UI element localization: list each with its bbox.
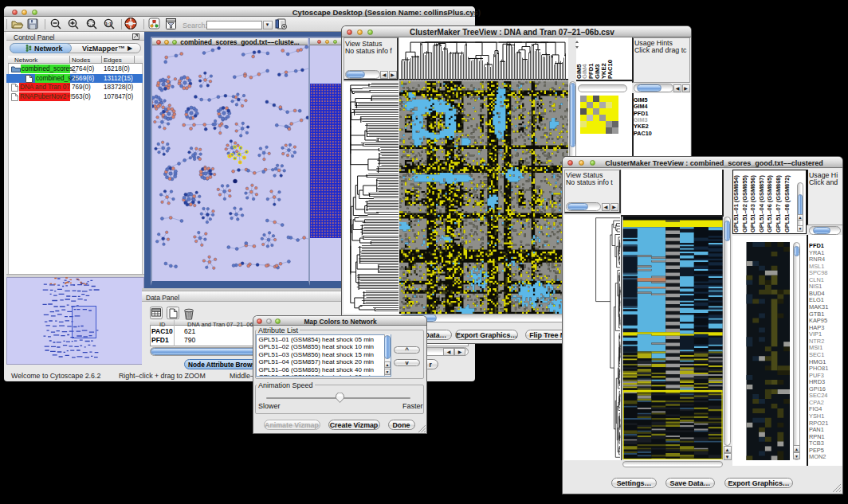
svg-text:GPL51–04 (GSM857): GPL51–04 (GSM857)	[758, 175, 765, 232]
svg-text:GPL51–07 (GSM868): GPL51–07 (GSM868)	[775, 175, 782, 232]
svg-text:GPL51–06 (GSM865): GPL51–06 (GSM865)	[766, 175, 773, 232]
svg-text:GPL51–01 (GSM854): GPL51–01 (GSM854)	[732, 175, 740, 232]
svg-text:PAC10: PAC10	[607, 60, 614, 79]
svg-text:GPL51–03 (GSM856): GPL51–03 (GSM856)	[749, 175, 756, 232]
svg-text:GPL51–02 (GSM855): GPL51–02 (GSM855)	[741, 175, 748, 232]
svg-text:GPL51–08 (GSM872): GPL51–08 (GSM872)	[783, 175, 791, 232]
